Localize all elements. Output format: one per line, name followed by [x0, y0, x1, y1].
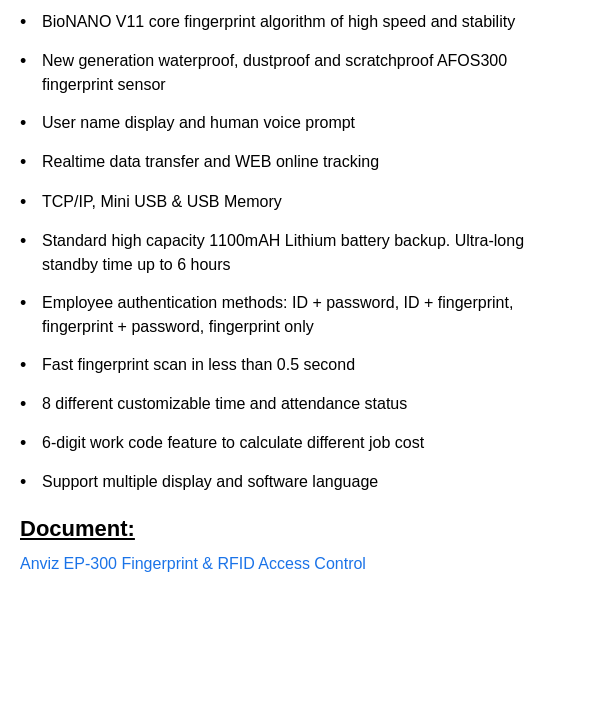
bullet-dot: •: [20, 431, 38, 456]
bullet-dot: •: [20, 10, 38, 35]
bullet-text: Fast fingerprint scan in less than 0.5 s…: [42, 353, 580, 377]
bullet-text: Employee authentication methods: ID + pa…: [42, 291, 580, 339]
bullet-text: Support multiple display and software la…: [42, 470, 580, 494]
bullet-dot: •: [20, 150, 38, 175]
document-section: Document: Anviz EP-300 Fingerprint & RFI…: [20, 516, 580, 576]
list-item-2: •New generation waterproof, dustproof an…: [20, 49, 580, 97]
bullet-dot: •: [20, 111, 38, 136]
list-item-11: •Support multiple display and software l…: [20, 470, 580, 495]
bullet-text: Realtime data transfer and WEB online tr…: [42, 150, 580, 174]
document-link[interactable]: Anviz EP-300 Fingerprint & RFID Access C…: [20, 555, 366, 572]
bullet-text: 8 different customizable time and attend…: [42, 392, 580, 416]
bullet-text: BioNANO V11 core fingerprint algorithm o…: [42, 10, 580, 34]
bullet-dot: •: [20, 229, 38, 254]
bullet-text: TCP/IP, Mini USB & USB Memory: [42, 190, 580, 214]
list-item-8: •Fast fingerprint scan in less than 0.5 …: [20, 353, 580, 378]
list-item-4: •Realtime data transfer and WEB online t…: [20, 150, 580, 175]
bullet-text: 6-digit work code feature to calculate d…: [42, 431, 580, 455]
bullet-dot: •: [20, 353, 38, 378]
list-item-7: •Employee authentication methods: ID + p…: [20, 291, 580, 339]
list-item-5: •TCP/IP, Mini USB & USB Memory: [20, 190, 580, 215]
bullet-text: New generation waterproof, dustproof and…: [42, 49, 580, 97]
bullet-dot: •: [20, 392, 38, 417]
list-item-10: •6-digit work code feature to calculate …: [20, 431, 580, 456]
bullet-text: Standard high capacity 1100mAH Lithium b…: [42, 229, 580, 277]
list-item-1: •BioNANO V11 core fingerprint algorithm …: [20, 10, 580, 35]
bullet-text: User name display and human voice prompt: [42, 111, 580, 135]
bullet-dot: •: [20, 291, 38, 316]
document-heading: Document:: [20, 516, 580, 542]
feature-list: •BioNANO V11 core fingerprint algorithm …: [20, 10, 580, 496]
list-item-9: •8 different customizable time and atten…: [20, 392, 580, 417]
bullet-dot: •: [20, 470, 38, 495]
list-item-6: •Standard high capacity 1100mAH Lithium …: [20, 229, 580, 277]
list-item-3: •User name display and human voice promp…: [20, 111, 580, 136]
bullet-dot: •: [20, 49, 38, 74]
bullet-dot: •: [20, 190, 38, 215]
